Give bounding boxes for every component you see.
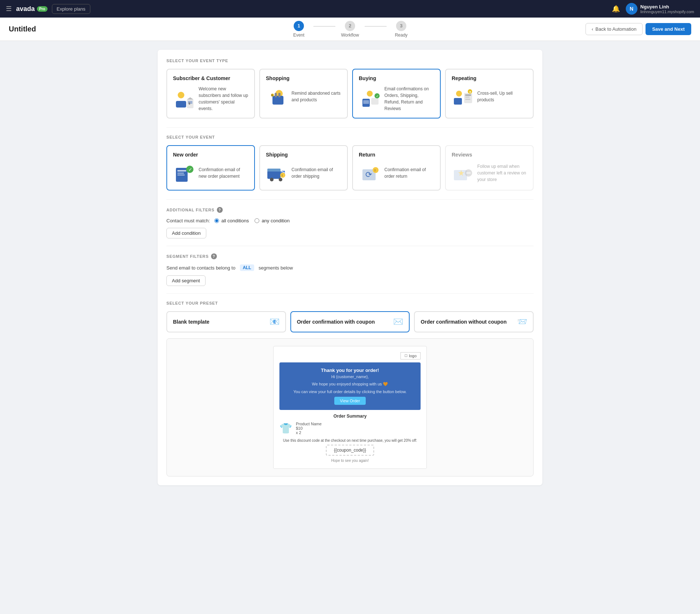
- svg-text:★: ★: [469, 90, 471, 94]
- svg-rect-21: [465, 94, 471, 96]
- svg-rect-29: [177, 174, 185, 176]
- event-type-buying-title: Buying: [359, 75, 434, 81]
- bell-icon[interactable]: 🔔: [612, 5, 620, 13]
- step-workflow: 2 Workflow: [335, 21, 365, 38]
- divider-1: [166, 127, 534, 128]
- segment-filters-title: SEGMENT FILTERS: [166, 254, 209, 259]
- preset-with-coupon-icon: ✉️: [393, 317, 403, 327]
- divider-3: [166, 246, 534, 246]
- preview-coupon-box: {{coupon_code}}: [326, 445, 374, 456]
- preset-with-coupon[interactable]: Order confirmation with coupon ✉️: [290, 311, 410, 332]
- event-section: SELECT YOUR EVENT New order ✓: [166, 135, 534, 191]
- step-circle-2: 2: [345, 21, 355, 31]
- event-reviews: Reviews Follow up email when customer le…: [445, 145, 534, 191]
- event-grid: New order ✓ Confirma: [166, 145, 534, 191]
- preview-hi-text: Hi {customer_name},: [331, 374, 369, 379]
- back-button-label: Back to Automation: [595, 26, 636, 32]
- svg-point-0: [178, 92, 184, 98]
- all-conditions-label: all conditions: [221, 218, 249, 223]
- divider-4: [166, 293, 534, 294]
- add-segment-button[interactable]: Add segment: [166, 275, 206, 286]
- event-shipping-desc: Confirmation email of order shipping: [291, 166, 341, 180]
- event-type-shopping[interactable]: Shopping $ Remind ab: [259, 69, 348, 118]
- all-conditions-radio[interactable]: [214, 218, 219, 223]
- logo-text: avada: [16, 5, 35, 13]
- add-condition-button[interactable]: Add condition: [166, 228, 206, 238]
- step-label-3: Ready: [395, 33, 408, 38]
- svg-point-36: [279, 178, 282, 181]
- steps-indicator: 1 Event 2 Workflow 3 Ready: [284, 21, 416, 38]
- event-return[interactable]: Return ⟳ ! Confirmation email of order r…: [352, 145, 441, 191]
- step-label-2: Workflow: [341, 33, 359, 38]
- preview-logo-row: ☐ logo: [279, 352, 421, 359]
- hamburger-icon[interactable]: ☰: [6, 5, 12, 13]
- event-new-order[interactable]: New order ✓ Confirma: [166, 145, 255, 191]
- back-to-automation-button[interactable]: ‹ Back to Automation: [586, 23, 643, 35]
- event-shipping[interactable]: Shipping !: [259, 145, 348, 191]
- filter-row: Contact must match: all conditions any c…: [166, 218, 534, 223]
- contact-must-match-label: Contact must match:: [166, 218, 210, 223]
- preview-coupon-text: Use this discount code at the checkout o…: [279, 438, 421, 442]
- preset-blank-icon: 📧: [270, 317, 279, 327]
- save-and-next-button[interactable]: Save and Next: [646, 23, 691, 35]
- svg-rect-28: [177, 173, 184, 174]
- event-type-grid: Subscriber & Customer: [166, 69, 534, 118]
- svg-rect-8: [275, 93, 277, 97]
- event-type-repeating[interactable]: Repeating ★: [445, 69, 534, 118]
- preview-view-order-button[interactable]: View Order: [334, 397, 366, 405]
- user-shop: linhnnguyen11.myshopify.com: [640, 10, 694, 14]
- preset-without-coupon[interactable]: Order confirmation without coupon 📨: [414, 311, 534, 332]
- event-type-section: SELECT YOUR EVENT TYPE Subscriber & Cust…: [166, 59, 534, 118]
- new-order-illustration: ✓: [173, 162, 195, 184]
- nav-logo: avada Pro: [16, 5, 48, 13]
- step-connector-2: [365, 26, 387, 27]
- preset-without-coupon-label: Order confirmation without coupon: [421, 319, 507, 325]
- preview-logo-checkbox: ☐: [404, 354, 407, 358]
- reviews-illustration: [452, 162, 474, 184]
- svg-marker-4: [187, 97, 193, 99]
- svg-point-18: [456, 91, 462, 97]
- svg-text:$: $: [271, 94, 273, 97]
- preview-coupon-section: Use this discount code at the checkout o…: [279, 438, 421, 456]
- svg-point-35: [270, 178, 274, 181]
- email-preview: ☐ logo Thank you for your order! Hi {cus…: [273, 346, 427, 469]
- preview-thank-you: Thank you for your order!: [285, 368, 415, 373]
- preview-logo-box: ☐ logo: [400, 352, 421, 359]
- preset-blank[interactable]: Blank template 📧: [166, 311, 286, 332]
- svg-rect-37: [267, 169, 281, 172]
- svg-rect-9: [278, 93, 281, 97]
- buying-illustration: ✓: [359, 88, 381, 110]
- preview-logo-text: logo: [409, 354, 417, 358]
- any-condition-radio[interactable]: [255, 218, 259, 223]
- user-menu: N Nguyen Linh linhnnguyen11.myshopify.co…: [626, 3, 694, 15]
- event-type-subscriber[interactable]: Subscriber & Customer: [166, 69, 255, 118]
- preview-order-summary: Order Summary: [279, 414, 421, 419]
- all-conditions-radio-label[interactable]: all conditions: [214, 218, 249, 223]
- event-type-shopping-title: Shopping: [266, 75, 341, 81]
- preview-blue-box: Thank you for your order! Hi {customer_n…: [279, 362, 421, 410]
- event-type-title: SELECT YOUR EVENT TYPE: [166, 59, 534, 63]
- event-type-subscriber-desc: Welcome new subscribers and follow up cu…: [199, 86, 248, 112]
- step-circle-3: 3: [396, 21, 406, 31]
- event-reviews-desc: Follow up email when customer left a rev…: [477, 163, 527, 183]
- segment-filters-help-icon[interactable]: ?: [211, 253, 217, 259]
- additional-filters-help-icon[interactable]: ?: [217, 207, 223, 213]
- any-condition-radio-label[interactable]: any condition: [255, 218, 290, 223]
- svg-point-42: [373, 167, 379, 173]
- preview-product-row: 👕 Product Name $10 x 2: [279, 422, 421, 435]
- event-type-shopping-desc: Remind abandoned carts and products: [291, 90, 341, 103]
- user-name: Nguyen Linh: [640, 4, 694, 10]
- preset-blank-label: Blank template: [173, 319, 210, 325]
- preview-product-name: Product Name: [296, 422, 321, 426]
- svg-rect-19: [454, 98, 462, 105]
- event-new-order-title: New order: [173, 152, 248, 158]
- event-type-repeating-title: Repeating: [452, 75, 527, 81]
- event-type-repeating-desc: Cross-sell, Up sell products: [477, 90, 527, 103]
- back-arrow-icon: ‹: [592, 26, 593, 32]
- event-type-buying[interactable]: Buying ✓ Email confi: [352, 69, 441, 118]
- step-event: 1 Event: [284, 21, 313, 38]
- explore-plans-button[interactable]: Explore plans: [52, 4, 90, 14]
- svg-text:!: !: [282, 174, 283, 177]
- divider-2: [166, 199, 534, 200]
- event-return-title: Return: [359, 152, 434, 158]
